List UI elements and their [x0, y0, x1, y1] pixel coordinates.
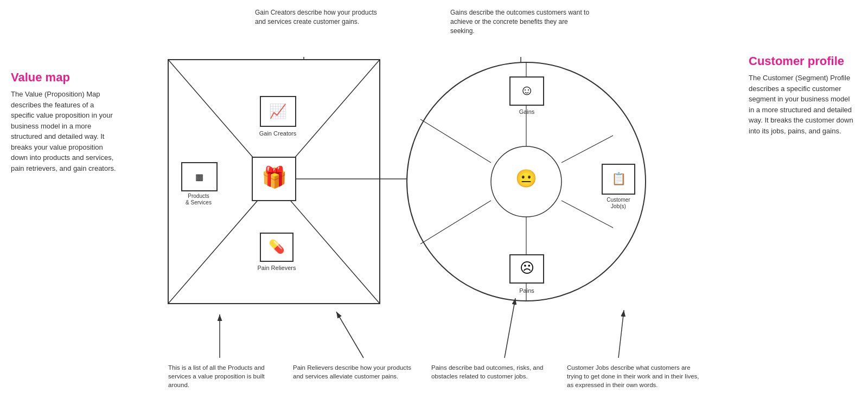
customer-jobs-label: Customer: [607, 197, 630, 203]
products-services-label: Products: [188, 193, 209, 199]
gift-icon: 🎁: [261, 165, 288, 190]
customer-profile-title: Customer profile: [749, 54, 857, 68]
pain-relievers-icon: 💊: [269, 239, 285, 254]
gain-creators-icon: 📈: [269, 102, 287, 120]
annotation-pain-relievers-bottom: Pain Relievers describe how your product…: [293, 363, 418, 381]
pains-frown-icon: ☹: [520, 260, 534, 276]
gain-creators-label: Gain Creators: [259, 130, 297, 137]
annotation-pains-bottom: Pains describe bad outcomes, risks, and …: [431, 363, 561, 381]
products-services-icon: ▦: [195, 172, 203, 182]
gains-smiley-icon: ☺: [520, 82, 534, 98]
arrow-customer-jobs-bottom: [618, 310, 624, 358]
annotation-products-bottom: This is a list of all the Products and s…: [168, 363, 271, 389]
arrow-pain-relievers-bottom: [336, 312, 363, 358]
main-diagram: Gain Creators describe how your products…: [125, 5, 722, 412]
annotation-gain-creators-top: Gain Creators describe how your products…: [255, 8, 380, 27]
left-panel: Value map The Value (Proposition) Map de…: [11, 70, 119, 173]
main-container: Value map The Value (Proposition) Map de…: [0, 0, 868, 418]
value-map-description: The Value (Proposition) Map describes th…: [11, 89, 119, 173]
right-panel: Customer profile The Customer (Segment) …: [749, 54, 857, 136]
customer-jobs-label2: Job(s): [611, 203, 626, 209]
customer-profile-description: The Customer (Segment) Profile describes…: [749, 73, 857, 136]
arrow-pains-bottom: [505, 298, 515, 358]
annotation-customer-jobs-bottom: Customer Jobs describe what customers ar…: [567, 363, 703, 389]
customer-jobs-icon: 📋: [611, 171, 627, 186]
gains-label: Gains: [519, 108, 535, 115]
annotation-gains-top: Gains describe the outcomes customers wa…: [450, 8, 591, 35]
pain-relievers-label: Pain Relievers: [258, 265, 296, 271]
value-map-title: Value map: [11, 70, 119, 85]
customer-inner-face: 😐: [515, 168, 537, 189]
products-services-label2: & Services: [186, 200, 212, 205]
pains-label: Pains: [519, 287, 534, 294]
